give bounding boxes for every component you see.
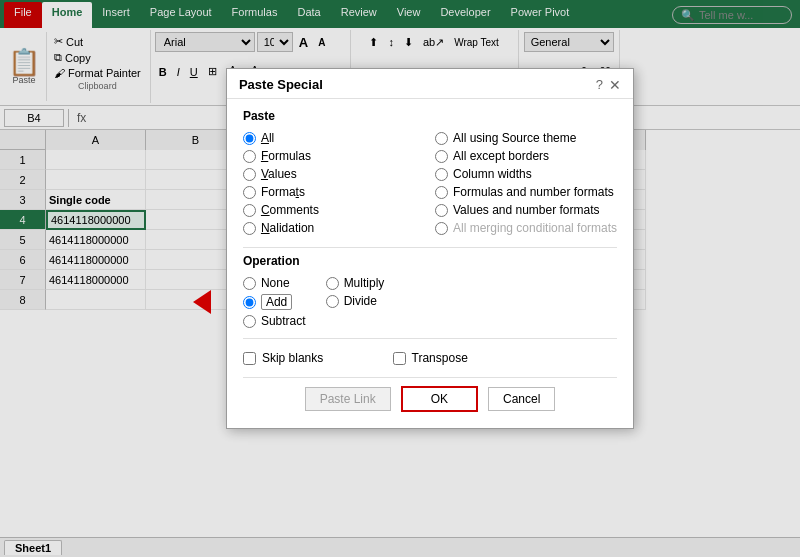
- dialog-footer: Paste Link OK Cancel: [243, 377, 617, 416]
- paste-values-number-option[interactable]: Values and number formats: [435, 201, 617, 219]
- paste-all-source-option[interactable]: All using Source theme: [435, 129, 617, 147]
- paste-validation-option[interactable]: Nalidation: [243, 219, 425, 237]
- paste-values-number-label: Values and number formats: [453, 203, 600, 217]
- paste-merging-conditional-option[interactable]: All merging conditional formats: [435, 219, 617, 237]
- paste-formulas-number-radio[interactable]: [435, 186, 448, 199]
- paste-formulas-label: Formulas: [261, 149, 311, 163]
- paste-values-label: Values: [261, 167, 297, 181]
- paste-except-borders-label: All except borders: [453, 149, 549, 163]
- operation-options: None Add Subtract: [243, 274, 617, 330]
- operation-options-left: None Add Subtract: [243, 274, 306, 330]
- paste-all-source-label: All using Source theme: [453, 131, 576, 145]
- paste-options-left: All Formulas Values Formats: [243, 129, 425, 237]
- paste-all-label: All: [261, 131, 274, 145]
- operation-multiply-label: Multiply: [344, 276, 385, 290]
- operation-none-option[interactable]: None: [243, 274, 306, 292]
- operation-multiply-option[interactable]: Multiply: [326, 274, 385, 292]
- dialog-overlay: Paste Special ? ✕ Paste All Formu: [0, 0, 800, 557]
- skip-blanks-label: Skip blanks: [262, 351, 323, 365]
- operation-divide-radio[interactable]: [326, 295, 339, 308]
- paste-all-option[interactable]: All: [243, 129, 425, 147]
- skip-blanks-row[interactable]: Skip blanks: [243, 351, 323, 365]
- paste-except-borders-option[interactable]: All except borders: [435, 147, 617, 165]
- dialog-close-button[interactable]: ✕: [609, 78, 621, 92]
- section-divider: [243, 247, 617, 248]
- operation-none-label: None: [261, 276, 290, 290]
- operation-add-radio[interactable]: [243, 296, 256, 309]
- operation-options-right: Multiply Divide: [326, 274, 385, 330]
- paste-validation-label: Nalidation: [261, 221, 314, 235]
- paste-formats-label: Formats: [261, 185, 305, 199]
- paste-column-widths-label: Column widths: [453, 167, 532, 181]
- paste-link-button[interactable]: Paste Link: [305, 387, 391, 411]
- operation-none-radio[interactable]: [243, 277, 256, 290]
- operation-section-label: Operation: [243, 254, 617, 268]
- paste-section-label: Paste: [243, 109, 617, 123]
- paste-options-grid: All Formulas Values Formats: [243, 129, 617, 237]
- paste-column-widths-radio[interactable]: [435, 168, 448, 181]
- dialog-title-bar: Paste Special ? ✕: [227, 69, 633, 99]
- paste-special-dialog: Paste Special ? ✕ Paste All Formu: [226, 68, 634, 429]
- paste-values-number-radio[interactable]: [435, 204, 448, 217]
- paste-formulas-number-label: Formulas and number formats: [453, 185, 614, 199]
- paste-values-option[interactable]: Values: [243, 165, 425, 183]
- paste-comments-option[interactable]: Comments: [243, 201, 425, 219]
- checkboxes-row: Skip blanks Transpose: [243, 345, 617, 371]
- operation-add-label: Add: [261, 294, 292, 310]
- arrow-icon: [193, 290, 211, 314]
- paste-comments-label: Comments: [261, 203, 319, 217]
- operation-subtract-label: Subtract: [261, 314, 306, 328]
- paste-formulas-option[interactable]: Formulas: [243, 147, 425, 165]
- ok-button[interactable]: OK: [401, 386, 478, 412]
- paste-merging-conditional-label: All merging conditional formats: [453, 221, 617, 235]
- paste-formats-option[interactable]: Formats: [243, 183, 425, 201]
- dialog-controls: ? ✕: [596, 77, 621, 92]
- add-arrow-indicator: [193, 290, 211, 314]
- transpose-checkbox[interactable]: [393, 352, 406, 365]
- transpose-row[interactable]: Transpose: [393, 351, 468, 365]
- paste-comments-radio[interactable]: [243, 204, 256, 217]
- paste-all-radio[interactable]: [243, 132, 256, 145]
- paste-column-widths-option[interactable]: Column widths: [435, 165, 617, 183]
- operation-multiply-radio[interactable]: [326, 277, 339, 290]
- paste-all-source-radio[interactable]: [435, 132, 448, 145]
- transpose-label: Transpose: [412, 351, 468, 365]
- paste-formulas-number-option[interactable]: Formulas and number formats: [435, 183, 617, 201]
- operation-subtract-radio[interactable]: [243, 315, 256, 328]
- paste-except-borders-radio[interactable]: [435, 150, 448, 163]
- operation-divide-option[interactable]: Divide: [326, 292, 385, 310]
- dialog-help-icon[interactable]: ?: [596, 77, 603, 92]
- paste-formulas-radio[interactable]: [243, 150, 256, 163]
- operation-add-option[interactable]: Add: [243, 292, 306, 312]
- section-divider-2: [243, 338, 617, 339]
- operation-subtract-option[interactable]: Subtract: [243, 312, 306, 330]
- dialog-title: Paste Special: [239, 77, 323, 92]
- dialog-body: Paste All Formulas Values: [227, 99, 633, 428]
- paste-merging-conditional-radio[interactable]: [435, 222, 448, 235]
- paste-formats-radio[interactable]: [243, 186, 256, 199]
- paste-options-right: All using Source theme All except border…: [435, 129, 617, 237]
- operation-divide-label: Divide: [344, 294, 377, 308]
- paste-validation-radio[interactable]: [243, 222, 256, 235]
- skip-blanks-checkbox[interactable]: [243, 352, 256, 365]
- cancel-button[interactable]: Cancel: [488, 387, 555, 411]
- paste-values-radio[interactable]: [243, 168, 256, 181]
